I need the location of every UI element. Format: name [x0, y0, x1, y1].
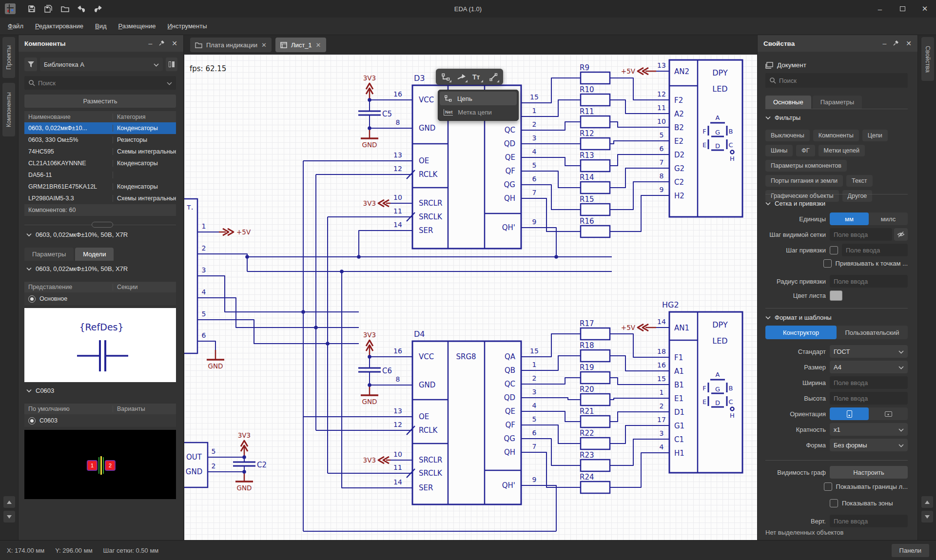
scroll-down-button[interactable] — [921, 511, 933, 522]
variant-row[interactable]: C0603 — [24, 414, 176, 427]
column-header-name[interactable]: Наименование — [24, 114, 113, 120]
menu-item-net[interactable]: Цепь — [440, 92, 517, 105]
table-row[interactable]: CL21A106KAYNNNEКонденсаторы — [24, 157, 176, 169]
menu-placement[interactable]: Размещение — [114, 20, 161, 32]
orientation-toggle[interactable] — [830, 407, 908, 420]
menu-view[interactable]: Вид — [90, 20, 112, 32]
footprint-section-header[interactable]: C0603 — [26, 387, 54, 394]
format-mode-toggle[interactable]: Конструктор Пользовательский — [765, 326, 908, 339]
filter-chip[interactable]: Компоненты — [813, 130, 859, 141]
format-section-header[interactable]: Формат и шаблоны — [765, 314, 908, 321]
snap-step-input[interactable] — [846, 247, 904, 254]
configure-button[interactable]: Настроить — [830, 466, 908, 479]
text-tool-button[interactable]: Tт — [470, 70, 484, 83]
filter-chip[interactable]: Параметры компонентов — [765, 160, 847, 172]
filters-section-header[interactable]: Фильтры — [765, 114, 908, 121]
show-zones-checkbox[interactable] — [830, 499, 838, 507]
close-button[interactable]: ✕ — [914, 0, 936, 18]
filter-chip[interactable]: Текст — [846, 175, 872, 187]
components-search[interactable] — [24, 76, 176, 90]
tab-board[interactable]: Плата индикации ✕ — [190, 38, 272, 52]
width-input[interactable] — [834, 379, 904, 386]
tab-main[interactable]: Основные — [765, 96, 811, 109]
table-row[interactable]: DA56-11 — [24, 169, 176, 181]
redo-icon[interactable] — [92, 2, 104, 15]
multiplicity-select[interactable]: x1 — [830, 423, 908, 436]
width-input-wrap[interactable] — [830, 376, 908, 389]
radio-selected-icon[interactable] — [28, 417, 36, 425]
units-mm[interactable]: мм — [830, 212, 869, 225]
scroll-up-button[interactable] — [3, 496, 15, 508]
panel-pin-icon[interactable] — [159, 39, 165, 47]
properties-search-input[interactable] — [779, 77, 904, 84]
mode-constructor[interactable]: Конструктор — [765, 326, 837, 339]
arrow-tool-button[interactable] — [455, 70, 468, 83]
filter-chip[interactable]: Выключены — [765, 130, 810, 141]
grid-section-header[interactable]: Сетка и привязки — [765, 200, 908, 207]
menu-edit[interactable]: Редактирование — [30, 20, 88, 32]
table-row[interactable]: LP2980AIM5-3.3Схемы интегральные — [24, 193, 176, 204]
filter-chip[interactable]: Шины — [765, 145, 793, 156]
net-tool-button[interactable] — [439, 70, 452, 83]
part-section-header[interactable]: 0603, 0,022мкФ±10%, 50В, X7R — [26, 231, 128, 238]
column-header-category[interactable]: Категория — [113, 114, 176, 120]
units-toggle[interactable]: мм милс — [830, 212, 908, 225]
filter-chip[interactable]: Порты питания и земли — [765, 175, 843, 187]
chevron-down-icon[interactable] — [167, 78, 172, 87]
column-header-default[interactable]: По умолчанию — [24, 406, 113, 412]
panels-button[interactable]: Панели — [892, 544, 929, 557]
save-icon[interactable] — [25, 2, 38, 15]
snap-step-input-wrap[interactable] — [842, 244, 908, 256]
splitter-handle[interactable] — [92, 222, 113, 228]
maximize-button[interactable] — [891, 0, 914, 18]
menu-file[interactable]: Файл — [3, 20, 28, 32]
library-select[interactable]: Библиотека А — [40, 58, 163, 71]
panel-pin-icon[interactable] — [893, 39, 899, 47]
sidebar-tab-components[interactable]: Компоненты — [2, 83, 15, 136]
line-tool-button[interactable] — [487, 70, 500, 83]
tab-close-icon[interactable]: ✕ — [261, 41, 267, 49]
orientation-landscape[interactable] — [869, 407, 908, 420]
table-row[interactable]: 0603, 330 Ом±5%Резисторы — [24, 134, 176, 146]
table-row[interactable]: GRM21BR61E475KA12LКонденсаторы — [24, 181, 176, 193]
panel-close-icon[interactable]: ✕ — [172, 39, 177, 47]
standard-select[interactable]: ГОСТ — [830, 345, 908, 358]
properties-search[interactable] — [765, 73, 908, 88]
tab-sheet[interactable]: Лист_1 ✕ — [275, 38, 326, 52]
scroll-down-button[interactable] — [3, 511, 15, 522]
sidebar-tab-projects[interactable]: Проекты — [2, 37, 15, 78]
mode-custom[interactable]: Пользовательский — [837, 326, 908, 339]
vert-input[interactable] — [834, 518, 904, 525]
table-row[interactable]: 0603, 0,022мкФ±10...Конденсаторы — [24, 122, 176, 134]
height-input[interactable] — [834, 395, 904, 402]
panel-close-icon[interactable]: ✕ — [906, 39, 912, 47]
sidebar-tab-properties[interactable]: Свойства — [921, 37, 934, 81]
orientation-portrait[interactable] — [830, 407, 869, 420]
units-mils[interactable]: милс — [869, 212, 908, 225]
shape-select[interactable]: Без формы — [830, 439, 908, 451]
column-header-sections[interactable]: Секции — [113, 284, 176, 290]
size-select[interactable]: A4 — [830, 361, 908, 373]
column-header-variants[interactable]: Варианты — [113, 406, 176, 412]
save-all-icon[interactable] — [42, 2, 55, 15]
preview-layout-toggle[interactable] — [166, 58, 177, 71]
filter-chip[interactable]: Метки цепей — [819, 145, 865, 156]
column-header-representation[interactable]: Представление — [24, 284, 113, 290]
place-button[interactable]: Разместить — [24, 95, 176, 108]
tab-close-icon[interactable]: ✕ — [316, 41, 321, 49]
menu-item-net-label-tool[interactable]: Net Метка цепи — [440, 105, 517, 119]
sheet-color-swatch[interactable] — [830, 290, 842, 301]
table-row[interactable]: 74HC595Схемы интегральные — [24, 146, 176, 157]
undo-icon[interactable] — [75, 2, 88, 15]
panel-minimize-icon[interactable]: – — [882, 39, 886, 47]
radio-selected-icon[interactable] — [28, 295, 36, 303]
grid-visibility-button[interactable] — [894, 228, 908, 241]
vert-input-wrap[interactable] — [830, 515, 908, 527]
minimize-button[interactable]: – — [869, 0, 891, 18]
panel-minimize-icon[interactable]: – — [148, 39, 152, 47]
visible-grid-input-wrap[interactable] — [830, 228, 892, 241]
open-folder-icon[interactable] — [58, 2, 71, 15]
height-input-wrap[interactable] — [830, 392, 908, 405]
snap-radius-input[interactable] — [834, 278, 904, 285]
snap-points-checkbox[interactable] — [823, 259, 832, 268]
